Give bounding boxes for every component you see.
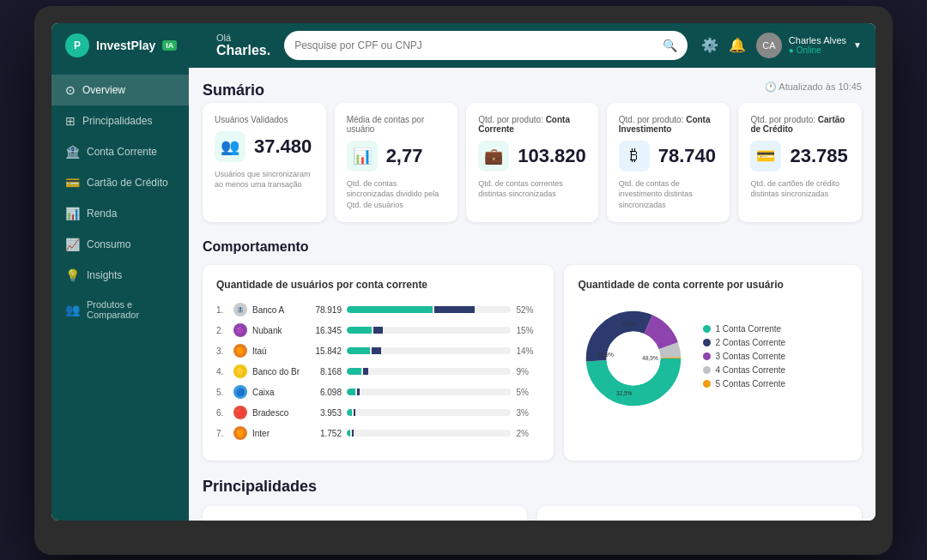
bar-row-5: 6. 🔴 Bradesco 3.953 3% — [216, 406, 540, 419]
sidebar-item-principalidades[interactable]: ⊞ Principalidades — [52, 105, 189, 136]
sidebar-label-principalidades: Principalidades — [82, 115, 152, 127]
bar-bank-name-3: Banco do Br — [252, 367, 302, 376]
bar-fill-dark-0 — [434, 306, 476, 313]
card-usuarios-validados: Usuários Validados 👥 37.480 Usuários que… — [203, 103, 326, 223]
search-bar[interactable]: 🔍 — [284, 31, 688, 60]
card-icon-1: 👥 — [215, 131, 245, 162]
legend-item-2: 2 Contas Corrente — [703, 338, 785, 347]
sidebar-label-conta-corrente: Conta Corrente — [87, 146, 157, 158]
bar-bank-icon-1: 🟣 — [233, 323, 247, 337]
sidebar-item-insights[interactable]: 💡 Insights — [52, 260, 189, 291]
donut-chart-title: Quantidade de conta corrente por usuário — [578, 279, 848, 291]
bar-rank-4: 5. — [216, 388, 228, 397]
bar-track-5 — [347, 409, 511, 416]
bar-bank-icon-5: 🔴 — [233, 406, 247, 419]
svg-text:32,5%: 32,5% — [616, 391, 633, 397]
legend-item-5: 5 Contas Corrente — [703, 379, 785, 388]
logo-area: P InvestPlay IA — [65, 33, 203, 57]
sidebar-item-cartao-credito[interactable]: 💳 Cartão de Crédito — [52, 167, 189, 198]
bar-rank-5: 6. — [216, 408, 228, 418]
principalidades-icon: ⊞ — [65, 114, 76, 128]
sidebar-label-produtos: Produtos e Comparador — [87, 299, 175, 320]
card-icon-5: 💳 — [750, 141, 781, 172]
bar-chart-rows: 1. 🏦 Banco A 78.919 52% 2. 🟣 Nubank 16.3… — [216, 303, 540, 440]
bar-track-4 — [347, 388, 511, 395]
brand-badge: IA — [162, 40, 177, 51]
card-desc-3: Qtd. de contas correntes distintas sincr… — [478, 178, 586, 200]
sidebar-item-renda[interactable]: 📊 Renda — [52, 198, 189, 229]
bar-pct-2: 14% — [516, 346, 540, 356]
legend-item-3: 3 Contas Corrente — [703, 352, 785, 361]
sidebar-label-insights: Insights — [87, 269, 122, 281]
bar-track-0 — [347, 306, 511, 313]
bar-row-4: 5. 🔵 Caixa 6.098 5% — [216, 385, 540, 399]
settings-icon[interactable]: ⚙️ — [701, 37, 718, 53]
card-main-3: 💼 103.820 — [478, 141, 586, 172]
greeting-text: Olá — [216, 33, 270, 43]
legend-item-1: 1 Conta Corrente — [703, 324, 785, 334]
legend-label-4: 4 Contas Corrente — [715, 365, 785, 375]
card-value-1: 37.480 — [254, 135, 312, 158]
bar-bank-value-0: 78.919 — [307, 305, 342, 315]
bar-bank-name-5: Bradesco — [252, 408, 302, 418]
card-media-contas: Média de contas por usuário 📊 2,77 Qtd. … — [335, 103, 458, 223]
bar-row-6: 7. 🟠 Inter 1.752 2% — [216, 426, 540, 440]
bar-bank-value-6: 1.752 — [307, 429, 342, 438]
bar-bank-icon-0: 🏦 — [233, 303, 247, 316]
bar-pct-6: 2% — [516, 429, 540, 438]
donut-legend: 1 Conta Corrente 2 Contas Corrente 3 Con… — [703, 324, 785, 393]
legend-label-1: 1 Conta Corrente — [715, 324, 781, 334]
principalidades-title: Principalidades — [203, 478, 862, 496]
bar-chart-box: Quantidade de usuários por conta corrent… — [203, 265, 554, 461]
bar-fill-teal-0 — [347, 306, 433, 313]
bar-bank-value-2: 15.842 — [307, 346, 342, 356]
sidebar-item-conta-corrente[interactable]: 🏦 Conta Corrente — [52, 136, 189, 167]
bar-row-0: 1. 🏦 Banco A 78.919 52% — [216, 303, 540, 316]
card-value-2: 2,77 — [386, 145, 423, 167]
bar-bank-name-4: Caixa — [252, 388, 302, 397]
clock-icon: 🕐 — [765, 81, 777, 92]
bar-fill-teal-3 — [347, 368, 361, 375]
bar-fill-teal-5 — [347, 409, 352, 416]
card-conta-corrente: Qtd. por produto: Conta Corrente 💼 103.8… — [466, 103, 598, 223]
comportamento-charts: Quantidade de usuários por conta corrent… — [203, 265, 862, 461]
bar-fill-dark-6 — [352, 430, 354, 437]
user-details: Charles Alves ● Online — [789, 35, 846, 55]
bar-rank-6: 7. — [216, 429, 228, 438]
bar-fill-teal-1 — [347, 327, 372, 334]
sidebar-item-consumo[interactable]: 📈 Consumo — [52, 229, 189, 260]
chevron-down-icon[interactable]: ▼ — [853, 40, 862, 50]
card-cartao-credito: Qtd. por produto: Cartão de Crédito 💳 23… — [738, 103, 862, 223]
card-desc-5: Qtd. de cartões de crédito distintas sin… — [750, 178, 850, 200]
bar-fill-teal-4 — [347, 388, 355, 395]
bar-row-2: 3. 🟠 Itaú 15.842 14% — [216, 344, 540, 358]
sidebar-label-consumo: Consumo — [87, 238, 130, 250]
bar-pct-0: 52% — [516, 305, 540, 315]
bar-pct-4: 5% — [516, 388, 540, 397]
user-status: ● Online — [789, 45, 846, 55]
bar-bank-value-5: 3.953 — [307, 408, 342, 418]
card-label-2: Média de contas por usuário — [347, 115, 446, 134]
donut-chart-box: Quantidade de conta corrente por usuário — [564, 265, 862, 461]
bar-rank-3: 4. — [216, 367, 228, 376]
search-input[interactable] — [294, 39, 663, 51]
bar-rank-2: 3. — [216, 346, 228, 356]
bar-track-3 — [347, 368, 511, 375]
bar-chart-title: Quantidade de usuários por conta corrent… — [216, 279, 540, 291]
bar-pct-5: 3% — [516, 408, 540, 418]
bar-track-1 — [347, 327, 511, 334]
sidebar-item-overview[interactable]: ⊙ Overview — [52, 75, 189, 105]
legend-item-4: 4 Contas Corrente — [703, 365, 785, 375]
bar-track-6 — [347, 430, 511, 437]
bar-pct-3: 9% — [516, 367, 540, 376]
logo-icon: P — [65, 33, 89, 57]
search-icon[interactable]: 🔍 — [663, 39, 677, 52]
bar-bank-icon-3: 🟡 — [233, 364, 247, 378]
sidebar-item-produtos[interactable]: 👥 Produtos e Comparador — [52, 291, 189, 328]
user-name: Charles Alves — [789, 35, 846, 45]
sumario-cards: Usuários Validados 👥 37.480 Usuários que… — [203, 103, 862, 223]
legend-dot-1 — [703, 325, 711, 333]
card-icon-3: 💼 — [478, 141, 509, 172]
bell-icon[interactable]: 🔔 — [729, 37, 746, 53]
bar-fill-dark-4 — [357, 388, 360, 395]
